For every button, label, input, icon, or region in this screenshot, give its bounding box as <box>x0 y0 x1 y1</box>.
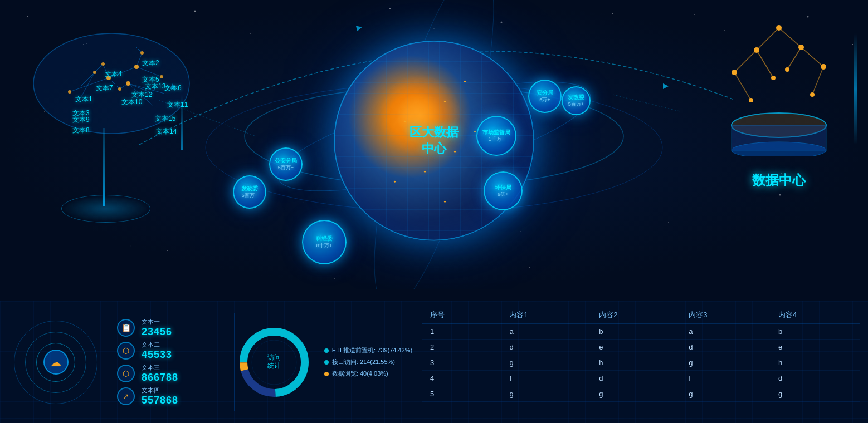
table-cell-3-1: f <box>501 371 591 386</box>
tree-label-4: 文本4 <box>105 70 122 79</box>
node-fagai-right[interactable]: 发改委 5百万+ <box>562 86 591 115</box>
node-gongan[interactable]: 公安分局 5百万+ <box>269 147 303 181</box>
stat-label-4: 文本四 <box>142 386 178 395</box>
table-cell-4-4: g <box>770 386 860 402</box>
donut-wrapper: 访问 统计 ETL推送前置机: 739(74.42%) 接口访问: 214(21… <box>235 323 412 401</box>
node-fagai-left[interactable]: 发改委 5百万+ <box>233 175 266 209</box>
globe-dot <box>444 101 446 102</box>
node-kejing[interactable]: 科经委 8十万+ <box>302 220 347 264</box>
stat-value-1: 23456 <box>142 326 172 338</box>
stat-text-1: 文本一 23456 <box>142 318 172 338</box>
table-cell-2-3: g <box>680 355 770 371</box>
stat-value-4: 557868 <box>142 395 178 406</box>
tree-label-14: 文本14 <box>156 127 177 136</box>
stat-label-3: 文本三 <box>142 363 178 372</box>
node-shichang-circle: 市场监督局 1千万+ <box>476 116 516 156</box>
stat-icon-2: ⬡ <box>117 342 135 360</box>
table-cell-4-2: g <box>591 386 680 402</box>
stat-icon-4: ↗ <box>117 387 135 405</box>
bottom-section: ☁ 📋 文本一 23456 ⬡ 文本二 45533 ⬡ <box>0 301 868 423</box>
col-header-2: 内容2 <box>591 307 680 324</box>
svg-line-56 <box>812 67 823 95</box>
node-huanbao-circle: 环保局 9亿+ <box>484 171 523 210</box>
svg-line-54 <box>787 47 801 70</box>
table-header-row: 序号 内容1 内容2 内容3 内容4 <box>422 307 860 324</box>
svg-point-3 <box>250 33 251 34</box>
data-table: 序号 内容1 内容2 内容3 内容4 1abab2dede3ghgh4fdfd5… <box>422 307 860 402</box>
globe-dot <box>474 131 476 132</box>
tree-base <box>61 195 150 223</box>
table-row: 5gggg <box>422 386 860 402</box>
cloud-rings: ☁ <box>14 321 97 404</box>
table-cell-4-3: g <box>680 386 770 402</box>
svg-point-4 <box>389 8 391 9</box>
globe-dot <box>444 201 446 203</box>
globe-center-text: 区大数据 中心 <box>409 125 459 156</box>
bottom-table: 序号 内容1 内容2 内容3 内容4 1abab2dede3ghgh4fdfd5… <box>413 301 868 423</box>
node-zhengfa[interactable]: 安分局 5万+ <box>528 80 562 113</box>
stat-value-3: 866788 <box>142 372 178 383</box>
stat-label-2: 文本二 <box>142 341 172 349</box>
bottom-content: ☁ 📋 文本一 23456 ⬡ 文本二 45533 ⬡ <box>0 301 868 423</box>
globe-dot <box>464 81 466 82</box>
col-header-4: 内容4 <box>770 307 860 324</box>
globe-title: 区大数据 中心 <box>409 125 459 156</box>
node-shichang[interactable]: 市场监督局 1千万+ <box>476 116 516 156</box>
col-header-0: 序号 <box>422 307 501 324</box>
svg-line-53 <box>801 47 823 67</box>
col-header-3: 内容3 <box>680 307 770 324</box>
stat-text-3: 文本三 866788 <box>142 363 178 383</box>
tree-visualization: 文本1 文本2 文本3 文本4 文本5 文本6 文本7 文本8 文本9 文本10… <box>17 11 206 234</box>
node-zhengfa-circle: 安分局 5万+ <box>528 80 562 113</box>
tree-label-9: 文本9 <box>72 115 90 125</box>
stat-item-2: ⬡ 文本二 45533 <box>117 341 228 361</box>
svg-line-51 <box>734 50 757 72</box>
legend-dot-1 <box>324 348 329 353</box>
table-cell-0-3: a <box>680 324 770 340</box>
table-cell-0-1: a <box>501 324 591 340</box>
table-cell-3-4: d <box>770 371 860 386</box>
tree-label-2: 文本2 <box>142 58 159 68</box>
legend-dot-2 <box>324 360 329 365</box>
tree-label-12: 文本12 <box>131 90 152 100</box>
table-row: 1abab <box>422 324 860 340</box>
stat-icon-3: ⬡ <box>117 365 135 382</box>
datacenter-container: 数据中心 <box>701 17 857 228</box>
table-cell-1-1: d <box>501 340 591 355</box>
stat-text-2: 文本二 45533 <box>142 341 172 361</box>
bottom-left-icon: ☁ <box>0 301 111 423</box>
stat-label-1: 文本一 <box>142 318 172 326</box>
table-body: 1abab2dede3ghgh4fdfd5gggg <box>422 324 860 402</box>
tree-label-7: 文本7 <box>96 83 113 93</box>
top-visualization: 文本1 文本2 文本3 文本4 文本5 文本6 文本7 文本8 文本9 文本10… <box>0 0 868 289</box>
table-cell-1-4: e <box>770 340 860 355</box>
svg-text:访问: 访问 <box>267 353 281 361</box>
table-cell-3-2: d <box>591 371 680 386</box>
datacenter-label: 数据中心 <box>701 171 857 189</box>
stat-icon-1: 📋 <box>117 319 135 337</box>
table-cell-4-0: 5 <box>422 386 501 402</box>
tree-stem <box>103 128 105 206</box>
svg-point-62 <box>821 64 826 70</box>
tree-bar-indicator <box>181 95 183 150</box>
tree-label-8: 文本8 <box>72 126 90 135</box>
svg-point-6 <box>612 13 613 14</box>
chart-legend: ETL推送前置机: 739(74.42%) 接口访问: 214(21.55%) … <box>324 346 412 378</box>
node-gongan-circle: 公安分局 5百万+ <box>269 147 303 181</box>
node-huanbao[interactable]: 环保局 9亿+ <box>484 171 523 210</box>
donut-chart-svg: 访问 统计 <box>235 323 313 401</box>
table-row: 3ghgh <box>422 355 860 371</box>
bottom-chart: 访问 统计 ETL推送前置机: 739(74.42%) 接口访问: 214(21… <box>235 301 413 423</box>
svg-point-58 <box>754 47 759 53</box>
svg-point-61 <box>771 76 776 80</box>
svg-point-11 <box>167 250 168 251</box>
node-fagai-left-circle: 发改委 5百万+ <box>233 175 266 209</box>
svg-marker-22 <box>356 24 363 31</box>
svg-point-63 <box>785 67 789 72</box>
stat-value-2: 45533 <box>142 349 172 361</box>
table-cell-2-2: h <box>591 355 680 371</box>
table-cell-0-0: 1 <box>422 324 501 340</box>
right-bar-indicator <box>854 33 857 145</box>
table-cell-2-0: 3 <box>422 355 501 371</box>
svg-point-60 <box>732 70 737 75</box>
